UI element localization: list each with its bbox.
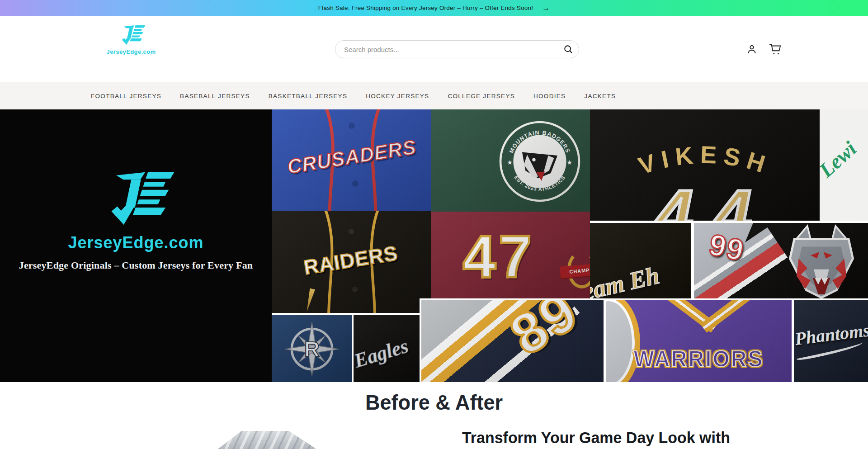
je-logo-icon: [116, 23, 146, 47]
jersey-tile-phantoms: Phantoms: [792, 298, 868, 382]
section-title: Before & After: [17, 390, 850, 415]
je-logo-large-icon: [96, 167, 176, 231]
arrow-right-icon: →: [542, 4, 550, 12]
logo[interactable]: JerseyEdge.com: [102, 23, 160, 55]
team-name: eam Eh: [590, 261, 662, 298]
announcement-bar[interactable]: Flash Sale: Free Shipping on Every Jerse…: [0, 0, 868, 16]
compass-r-logo-icon: R: [284, 321, 340, 377]
jersey-tile-team-script: eam Eh: [590, 221, 691, 298]
jersey-tile-mountain-badgers: MOUNTAIN BADGERS EST. 2023 ATHLETICS ★ ★: [431, 109, 590, 212]
jersey-tile-crusaders: CRUSADERS: [272, 109, 431, 211]
vneck-trim: [700, 298, 764, 333]
jersey-tile-warriors: WARRIORS: [604, 298, 792, 382]
jersey-tile-47: 47 CHAMP: [431, 212, 590, 298]
search-icon: [563, 44, 573, 54]
nav-item-hoodies[interactable]: HOODIES: [533, 93, 566, 99]
jersey-tile-compass-r: R: [272, 313, 352, 382]
jersey-tile-vikesh: VIKESH 44: [590, 109, 820, 221]
header: JerseyEdge.com: [0, 16, 868, 82]
team-name: Eagles: [352, 334, 411, 373]
before-jersey-image-partial: [218, 431, 316, 449]
star-icon: ★: [507, 159, 513, 166]
search-button[interactable]: [558, 41, 579, 58]
search-bar: [335, 40, 579, 58]
star-icon: ★: [567, 159, 573, 166]
jersey-tile-raiders: RAIDERS: [272, 211, 431, 313]
nav-item-jackets[interactable]: JACKETS: [584, 93, 616, 99]
nav-item-hockey-jerseys[interactable]: HOCKEY JERSEYS: [366, 93, 429, 99]
main-nav: FOOTBALL JERSEYS BASEBALL JERSEYS BASKET…: [0, 82, 868, 109]
svg-text:R: R: [304, 337, 320, 361]
svg-text:VIKESH: VIKESH: [635, 141, 774, 179]
jersey-tile-89: 89: [420, 298, 604, 382]
hero-brand-panel: JerseyEdge.com JerseyEdge Originals – Cu…: [0, 109, 272, 382]
nav-item-basketball-jerseys[interactable]: BASKETBALL JERSEYS: [269, 93, 347, 99]
account-button[interactable]: [745, 43, 759, 57]
team-name: Lewi: [820, 137, 861, 182]
cart-icon: [769, 43, 782, 56]
jersey-tile-script-partial: Lewi: [820, 109, 868, 221]
account-icon: [746, 43, 758, 55]
jersey-number: 44: [590, 175, 820, 221]
page: Flash Sale: Free Shipping on Every Jerse…: [0, 0, 868, 449]
badgers-crest-icon: MOUNTAIN BADGERS EST. 2023 ATHLETICS ★ ★: [498, 119, 582, 203]
jersey-tile-eagles: Eagles: [352, 313, 420, 382]
nav-item-baseball-jerseys[interactable]: BASEBALL JERSEYS: [180, 93, 250, 99]
nav-item-football-jerseys[interactable]: FOOTBALL JERSEYS: [91, 93, 161, 99]
jersey-tile-wolf-99: 99: [691, 221, 868, 298]
nav-item-college-jerseys[interactable]: COLLEGE JERSEYS: [448, 93, 515, 99]
jersey-number: 47: [431, 222, 566, 291]
announcement-text: Flash Sale: Free Shipping on Every Jerse…: [318, 5, 533, 11]
champion-patch-icon: CHAMP: [566, 250, 590, 292]
wolf-logo-icon: [783, 224, 859, 298]
search-input[interactable]: [335, 46, 558, 53]
logo-text: JerseyEdge.com: [102, 48, 160, 55]
hero-brand-text: JerseyEdge.com: [68, 233, 203, 252]
team-name: WARRIORS: [606, 346, 792, 372]
hero-collage: JerseyEdge.com JerseyEdge Originals – Cu…: [0, 109, 868, 382]
before-after-section: Before & After Transform Your Game Day L…: [0, 382, 868, 449]
hero-tagline: JerseyEdge Originals – Custom Jerseys fo…: [19, 260, 253, 271]
jersey-number: 99: [706, 227, 748, 268]
before-after-heading-partial: Transform Your Game Day Look with: [462, 429, 730, 447]
cart-button[interactable]: [769, 43, 782, 57]
